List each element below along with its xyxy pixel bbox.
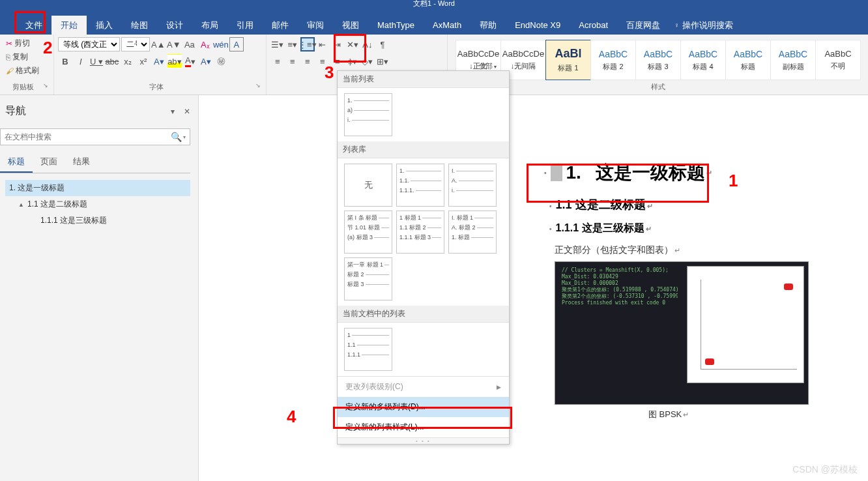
phonetic-guide-button[interactable]: wén <box>214 37 228 51</box>
underline-button[interactable]: U ▾ <box>89 54 104 68</box>
multilevel-list-button[interactable]: ⋮≡▾ <box>300 37 315 51</box>
ml-section-doc: 当前文档中的列表 <box>338 306 509 323</box>
bullet-list-button[interactable]: ☰▾ <box>270 37 285 51</box>
ml-tile[interactable]: I.A.i. <box>448 164 497 207</box>
line-spacing-button[interactable]: ‡▾ <box>345 54 360 68</box>
nav-tree-item[interactable]: ▲1.1 这是二级标题 <box>5 196 190 212</box>
sort-button[interactable]: A↓ <box>360 37 375 51</box>
doc-figure-label[interactable]: 图 BPSK <box>648 409 868 420</box>
highlight-button[interactable]: ab▾ <box>167 54 182 68</box>
nav-search-input[interactable] <box>5 132 171 141</box>
ml-tile[interactable]: 1 标题 11.1 标题 21.1.1 标题 3 <box>396 211 444 254</box>
tab-axmath[interactable]: AxMath <box>424 16 470 35</box>
clipboard-launcher-icon[interactable]: ↘ <box>43 82 48 89</box>
style-item[interactable]: AaBbC标题 3 <box>635 40 681 80</box>
tab-layout[interactable]: 布局 <box>192 16 227 35</box>
ml-tile[interactable]: 第 I 条 标题节 1.01 标题(a) 标题 3 <box>344 211 392 254</box>
style-item[interactable]: AaBl标题 1 <box>545 40 591 80</box>
tab-endnote[interactable]: EndNote X9 <box>506 16 570 35</box>
ml-tile[interactable]: 1.a)i. <box>344 93 392 136</box>
tab-help[interactable]: 帮助 <box>470 16 506 35</box>
enclose-char-button[interactable]: A <box>229 37 244 51</box>
tab-baidu[interactable]: 百度网盘 <box>617 16 669 35</box>
decrease-indent-button[interactable]: ⇤ <box>315 37 330 51</box>
tab-review[interactable]: 审阅 <box>298 16 333 35</box>
nav-tree-item[interactable]: 1.1.1 这是三级标题 <box>5 212 190 229</box>
char-border-button[interactable]: ㊙ <box>214 54 229 68</box>
change-case-button[interactable]: Aa <box>182 37 197 51</box>
ml-change-level[interactable]: 更改列表级别(C)▶ <box>338 377 509 397</box>
tab-draw[interactable]: 绘图 <box>122 16 157 35</box>
subscript-button[interactable]: x₂ <box>121 54 135 68</box>
font-size-combo[interactable]: 二号 <box>121 37 150 51</box>
styles-gallery[interactable]: AaBbCcDe↓正文AaBbCcDe↓无间隔AaBl标题 1AaBbC标题 2… <box>452 37 864 80</box>
font-launcher-icon[interactable]: ↘ <box>255 82 261 89</box>
number-list-button[interactable]: ≡▾ <box>285 37 300 51</box>
doc-heading3[interactable]: •1.1.1 这是三级标题 <box>549 222 868 235</box>
page[interactable]: • 1. 这是一级标题 •1.1 这是二级标题 •1.1.1 这是三级标题 正文… <box>531 147 868 420</box>
nav-search-box[interactable]: 🔍▾ <box>0 128 190 145</box>
style-item[interactable]: AaBbC不明 <box>815 40 861 80</box>
nav-tab-headings[interactable]: 标题 <box>0 152 33 173</box>
tab-home[interactable]: 开始 <box>51 16 87 35</box>
font-name-combo[interactable]: 等线 (西文正文) <box>58 37 120 51</box>
ml-tile[interactable]: I. 标题 1A. 标题 21. 标题 <box>448 211 497 254</box>
char-shading-button[interactable]: A▾ <box>199 54 213 68</box>
strike-button[interactable]: abc <box>105 54 119 68</box>
style-item[interactable]: AaBbC标题 2 <box>590 40 636 80</box>
superscript-button[interactable]: x² <box>136 54 151 68</box>
ml-tile[interactable]: 11.11.1.1 <box>344 328 392 371</box>
style-item[interactable]: AaBbC标题 4 <box>680 40 726 80</box>
tab-acrobat[interactable]: Acrobat <box>570 16 617 35</box>
shrink-font-button[interactable]: A▼ <box>167 37 181 51</box>
increase-indent-button[interactable]: ⇥ <box>330 37 345 51</box>
annotation-num-2: 2 <box>43 38 52 58</box>
search-icon[interactable]: 🔍 <box>171 132 182 142</box>
style-item[interactable]: AaBbC标题 <box>725 40 771 80</box>
doc-figure[interactable]: // Clusters = Meanshift(X, 0.005); Max_D… <box>555 261 809 405</box>
doc-body-text[interactable]: 正文部分（包括文字和图表） <box>555 244 868 256</box>
tab-design[interactable]: 设计 <box>157 16 192 35</box>
ml-library-grid: 无1.1.1.1.1.1.I.A.i.第 I 条 标题节 1.01 标题(a) … <box>338 158 509 306</box>
nav-collapse-icon[interactable]: ▾ <box>171 107 175 116</box>
tab-insert[interactable]: 插入 <box>87 16 122 35</box>
annotation-num-3: 3 <box>325 63 334 83</box>
navigation-pane: 导航 ▾ ✕ 🔍▾ 标题 页面 结果 1. 这是一级标题▲1.1 这是二级标题1… <box>0 95 199 481</box>
tab-references[interactable]: 引用 <box>227 16 263 35</box>
nav-close-icon[interactable]: ✕ <box>184 107 190 116</box>
align-center-button[interactable]: ≡ <box>285 54 300 68</box>
doc-heading1[interactable]: • 1. 这是一级标题 <box>544 160 868 185</box>
ml-define-new-style[interactable]: 定义新的列表样式(L)... <box>338 417 509 437</box>
ml-tile-none[interactable]: 无 <box>344 164 392 207</box>
text-effects-button[interactable]: A▾ <box>152 54 166 68</box>
italic-button[interactable]: I <box>74 54 88 68</box>
asian-layout-button[interactable]: ✕▾ <box>345 37 360 51</box>
annotation-num-1: 1 <box>729 171 738 191</box>
format-painter-button[interactable]: 🖌格式刷 <box>4 65 50 77</box>
shading-button[interactable]: ◇▾ <box>360 54 375 68</box>
ml-all-label[interactable]: 全部 <box>478 61 497 71</box>
grow-font-button[interactable]: A▲ <box>151 37 166 51</box>
tab-file[interactable]: 文件 <box>16 16 51 35</box>
nav-tree-item[interactable]: 1. 这是一级标题 <box>5 180 190 196</box>
font-color-button[interactable]: A▾ <box>183 54 197 68</box>
ml-tile[interactable]: 第一章 标题 1标题 2标题 3 <box>344 257 392 300</box>
tab-mailings[interactable]: 邮件 <box>263 16 298 35</box>
border-button[interactable]: ⊞▾ <box>375 54 390 68</box>
show-marks-button[interactable]: ¶ <box>375 37 390 51</box>
nav-tree: 1. 这是一级标题▲1.1 这是二级标题1.1.1 这是三级标题 <box>0 173 190 229</box>
ml-resize-grip[interactable]: • • • <box>338 437 509 444</box>
ml-define-new-multilevel[interactable]: 定义新的多级列表(D)... <box>338 397 509 417</box>
ml-tile[interactable]: 1.1.1.1.1.1. <box>396 164 444 207</box>
align-left-button[interactable]: ≡ <box>270 54 285 68</box>
bold-button[interactable]: B <box>58 54 72 68</box>
doc-heading2[interactable]: •1.1 这是二级标题 <box>549 197 868 212</box>
clear-format-button[interactable]: Aᵪ <box>198 37 212 51</box>
align-right-button[interactable]: ≡ <box>300 54 315 68</box>
tell-me-search[interactable]: 操作说明搜索 <box>674 20 733 31</box>
nav-tab-results[interactable]: 结果 <box>65 152 98 173</box>
tab-view[interactable]: 视图 <box>333 16 368 35</box>
tab-mathtype[interactable]: MathType <box>368 16 424 35</box>
style-item[interactable]: AaBbC副标题 <box>770 40 816 80</box>
nav-tab-pages[interactable]: 页面 <box>33 152 65 173</box>
